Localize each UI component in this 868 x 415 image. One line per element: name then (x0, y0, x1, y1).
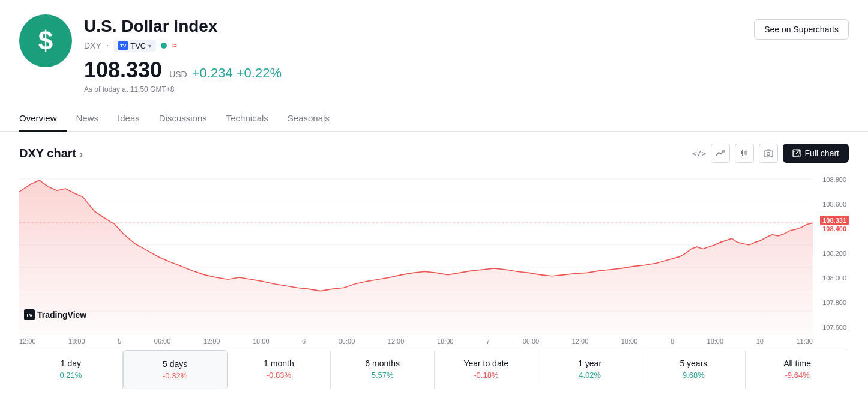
x-label: 18:00 (707, 338, 724, 345)
x-label: 12:00 (203, 338, 220, 345)
chart-section: DXY chart › </> Full chart (0, 132, 868, 389)
price-currency: USD (169, 70, 187, 79)
x-label: 7 (486, 338, 490, 345)
svg-text:TV: TV (26, 312, 33, 318)
price-change: +0.234 +0.22% (192, 65, 282, 81)
y-label-1: 108.800 (815, 176, 849, 183)
change-pct: +0.22% (237, 65, 282, 80)
y-label-6: 107.800 (815, 299, 849, 306)
x-label: 11:30 (796, 338, 813, 345)
provider-badge[interactable]: TV TVC ▾ (113, 40, 156, 52)
tab-overview[interactable]: Overview (19, 106, 67, 132)
period-6months-change: 5.57% (336, 371, 429, 380)
period-5days[interactable]: 5 days -0.32% (123, 350, 228, 389)
price-row: 108.330 USD +0.234 +0.22% (84, 58, 282, 83)
chart-header: DXY chart › </> Full chart (19, 144, 849, 163)
svg-rect-1 (741, 151, 743, 154)
period-selector: 1 day 0.21% 5 days -0.32% 1 month -0.83%… (19, 350, 849, 389)
y-label-4: 108.200 (815, 250, 849, 257)
nav-tabs: Overview News Ideas Discussions Technica… (0, 106, 868, 132)
wave-icon: ≈ (172, 40, 177, 51)
candle-chart-button[interactable] (735, 144, 754, 163)
tv-logo-icon: TV (24, 309, 35, 320)
period-5days-label: 5 days (128, 359, 222, 369)
chart-wrapper: 108.800 108.600 108.400 108.200 108.000 … (19, 172, 849, 347)
x-label: 12:00 (572, 338, 589, 345)
chart-title-arrow: › (80, 149, 83, 159)
x-label: 06:00 (154, 338, 171, 345)
period-1year[interactable]: 1 year 4.02% (538, 350, 642, 389)
price-timestamp: As of today at 11:50 GMT+8 (84, 85, 282, 94)
x-label: 18:00 (253, 338, 270, 345)
tradingview-watermark: TV TradingView (24, 309, 86, 320)
tab-seasonals[interactable]: Seasonals (278, 106, 339, 132)
period-ytd-change: -0.18% (439, 371, 533, 380)
x-axis: 12:00 18:00 5 06:00 12:00 18:00 6 06:00 … (19, 335, 813, 347)
chart-title-text: DXY chart (19, 147, 76, 160)
period-ytd-label: Year to date (439, 359, 533, 368)
tab-ideas[interactable]: Ideas (108, 106, 149, 132)
live-dot (161, 43, 167, 49)
camera-button[interactable] (759, 144, 778, 163)
period-alltime[interactable]: All time -9.64% (746, 350, 849, 389)
x-label: 06:00 (339, 338, 355, 345)
full-chart-button[interactable]: Full chart (783, 144, 849, 163)
y-axis: 108.800 108.600 108.400 108.200 108.000 … (815, 172, 849, 335)
chart-title[interactable]: DXY chart › (19, 147, 83, 160)
period-6months[interactable]: 6 months 5.57% (331, 350, 435, 389)
period-1month-label: 1 month (232, 359, 326, 368)
period-alltime-change: -9.64% (750, 371, 844, 380)
x-label: 8 (671, 338, 674, 345)
x-label: 12:00 (19, 338, 36, 345)
period-1day-label: 1 day (24, 359, 118, 368)
svg-rect-4 (745, 151, 747, 154)
tv-logo: TV TradingView (24, 309, 86, 320)
period-5years-change: 9.68% (647, 371, 741, 380)
period-1month[interactable]: 1 month -0.83% (228, 350, 331, 389)
period-1day-change: 0.21% (24, 371, 118, 380)
period-1year-change: 4.02% (543, 371, 637, 380)
logo-dollar-sign: $ (38, 26, 53, 56)
period-ytd[interactable]: Year to date -0.18% (435, 350, 538, 389)
x-label: 6 (302, 338, 306, 345)
ticker-row: DXY · TV TVC ▾ ≈ (84, 40, 282, 52)
header-info: U.S. Dollar Index DXY · TV TVC ▾ ≈ 108.3… (84, 14, 282, 94)
provider-logo-icon: TV (118, 41, 128, 50)
period-1year-label: 1 year (543, 359, 637, 368)
line-chart-button[interactable] (711, 144, 730, 163)
svg-point-8 (767, 153, 770, 156)
full-chart-label: Full chart (804, 148, 839, 158)
tab-technicals[interactable]: Technicals (217, 106, 278, 132)
chart-controls: </> Full chart (692, 144, 849, 163)
dot-separator: · (106, 40, 109, 51)
period-1month-change: -0.83% (232, 371, 326, 380)
period-1day[interactable]: 1 day 0.21% (19, 350, 123, 389)
embed-icon[interactable]: </> (692, 149, 706, 158)
y-label-7: 107.600 (815, 324, 849, 331)
period-5years[interactable]: 5 years 9.68% (642, 350, 746, 389)
y-label-5: 108.000 (815, 274, 849, 282)
x-label: 18:00 (621, 338, 638, 345)
see-supercharts-button[interactable]: See on Supercharts (754, 19, 849, 40)
y-label-3: 108.400 (815, 225, 849, 232)
header: $ U.S. Dollar Index DXY · TV TVC ▾ ≈ 108… (0, 0, 868, 94)
asset-title: U.S. Dollar Index (84, 17, 282, 36)
asset-logo: $ (19, 14, 72, 67)
current-price-badge: 108.331 (820, 216, 849, 225)
x-label: 18:00 (437, 338, 454, 345)
x-label: 06:00 (523, 338, 540, 345)
change-value: +0.234 (192, 65, 233, 80)
header-left: $ U.S. Dollar Index DXY · TV TVC ▾ ≈ 108… (19, 14, 282, 94)
chevron-down-icon: ▾ (148, 43, 151, 49)
x-label: 18:00 (68, 338, 85, 345)
ticker-label: DXY (84, 41, 101, 50)
period-alltime-label: All time (750, 359, 844, 368)
tab-news[interactable]: News (67, 106, 109, 132)
x-label: 10 (756, 338, 764, 345)
x-label: 12:00 (388, 338, 405, 345)
chart-area: 108.800 108.600 108.400 108.200 108.000 … (19, 172, 849, 335)
svg-rect-7 (764, 151, 773, 157)
tab-discussions[interactable]: Discussions (149, 106, 217, 132)
provider-label: TVC (130, 41, 146, 50)
svg-line-10 (796, 150, 800, 154)
